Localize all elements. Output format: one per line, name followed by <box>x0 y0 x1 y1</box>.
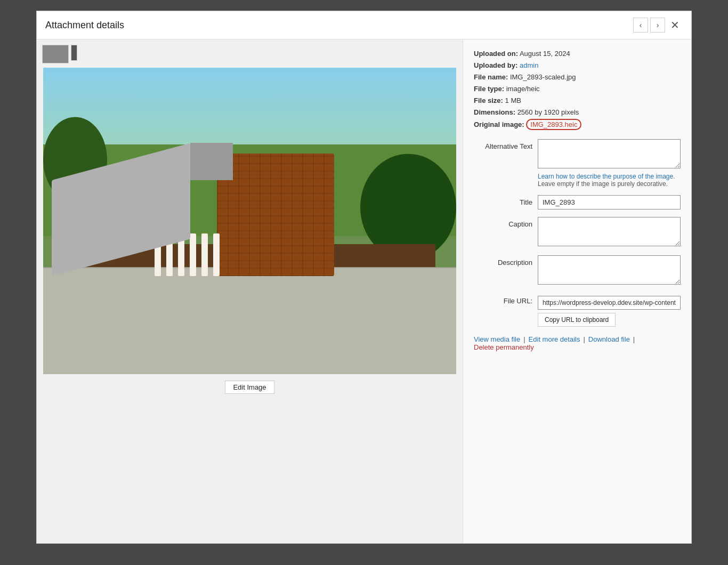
file-url-input-row <box>538 296 681 310</box>
title-row: Title <box>474 195 681 209</box>
modal-nav: ‹ › ✕ <box>633 18 683 33</box>
next-button[interactable]: › <box>650 18 665 33</box>
title-input[interactable] <box>538 195 681 209</box>
alt-text-control: Learn how to describe the purpose of the… <box>538 139 681 188</box>
alt-text-hint-container: Learn how to describe the purpose of the… <box>538 173 681 188</box>
file-size-value: 1 MB <box>505 96 521 104</box>
original-image-link[interactable]: IMG_2893.heic <box>530 120 577 128</box>
view-media-file-link[interactable]: View media file <box>474 335 520 343</box>
dimensions-row: Dimensions: 2560 by 1920 pixels <box>474 107 681 118</box>
main-image <box>43 68 456 374</box>
uploaded-on-label: Uploaded on: <box>474 50 518 58</box>
uploaded-by-link[interactable]: admin <box>520 61 538 69</box>
thumbnail-item-small <box>71 45 77 61</box>
uploaded-by-label: Uploaded by: <box>474 61 517 69</box>
left-panel: Edit Image <box>37 39 463 543</box>
title-control <box>538 195 681 209</box>
file-size-row: File size: 1 MB <box>474 95 681 107</box>
edit-image-button[interactable]: Edit Image <box>225 381 274 394</box>
separator-3: | <box>633 335 635 343</box>
thumbnail-item <box>42 45 69 63</box>
close-button[interactable]: ✕ <box>667 18 683 33</box>
uploaded-by-row: Uploaded by: admin <box>474 60 681 71</box>
file-type-value: image/heic <box>506 85 540 93</box>
copy-url-wrapper: Copy URL to clipboard <box>538 313 681 327</box>
download-file-link[interactable]: Download file <box>588 335 630 343</box>
brick-arch <box>217 154 334 276</box>
file-url-label: File URL: <box>474 294 532 305</box>
caption-label: Caption <box>474 217 532 228</box>
title-label: Title <box>474 195 532 206</box>
modal-header: Attachment details ‹ › ✕ <box>37 11 691 39</box>
copy-url-button[interactable]: Copy URL to clipboard <box>538 313 616 327</box>
alt-text-hint-suffix: Leave empty if the image is purely decor… <box>538 180 668 188</box>
original-image-row: Original image: IMG_2893.heic <box>474 119 681 131</box>
uploaded-on-row: Uploaded on: August 15, 2024 <box>474 48 681 60</box>
pavement <box>43 267 456 374</box>
attachment-details-modal: Attachment details ‹ › ✕ <box>36 11 692 544</box>
caption-input[interactable] <box>538 217 681 246</box>
dimensions-value: 2560 by 1920 pixels <box>517 108 579 116</box>
alt-text-row: Alternative Text Learn how to describe t… <box>474 139 681 188</box>
description-input[interactable] <box>538 255 681 285</box>
slide-ramp <box>52 143 190 276</box>
file-name-row: File name: IMG_2893-scaled.jpg <box>474 71 681 83</box>
original-image-label: Original image: <box>474 120 524 128</box>
modal-overlay: Attachment details ‹ › ✕ <box>0 0 728 565</box>
description-control <box>538 255 681 286</box>
thumbnail-strip <box>42 45 77 63</box>
alt-text-label: Alternative Text <box>474 139 532 150</box>
file-name-value: IMG_2893-scaled.jpg <box>510 73 576 81</box>
right-panel: Uploaded on: August 15, 2024 Uploaded by… <box>463 39 691 543</box>
caption-row: Caption <box>474 217 681 248</box>
file-type-label: File type: <box>474 85 504 93</box>
dimensions-label: Dimensions: <box>474 108 515 116</box>
modal-body: Edit Image Uploaded on: August 15, 2024 … <box>37 39 691 543</box>
caption-control <box>538 217 681 248</box>
separator-2: | <box>583 335 585 343</box>
file-name-label: File name: <box>474 73 508 81</box>
alt-text-hint-link[interactable]: Learn how to describe the purpose of the… <box>538 173 675 180</box>
original-image-value: IMG_2893.heic <box>526 119 581 130</box>
slide-platform <box>190 143 233 180</box>
file-type-row: File type: image/heic <box>474 83 681 95</box>
form-section: Alternative Text Learn how to describe t… <box>474 139 681 327</box>
actions-row: View media file | Edit more details | Do… <box>474 335 681 351</box>
prev-button[interactable]: ‹ <box>633 18 648 33</box>
modal-title: Attachment details <box>45 20 124 31</box>
description-label: Description <box>474 255 532 267</box>
separator-1: | <box>523 335 525 343</box>
file-size-label: File size: <box>474 96 503 104</box>
slide-structure <box>52 143 233 276</box>
alt-text-input[interactable] <box>538 139 681 168</box>
meta-section: Uploaded on: August 15, 2024 Uploaded by… <box>474 48 681 131</box>
description-row: Description <box>474 255 681 286</box>
file-url-input[interactable] <box>538 296 681 310</box>
brick-pattern <box>217 154 334 276</box>
uploaded-on-value: August 15, 2024 <box>520 50 570 58</box>
edit-more-details-link[interactable]: Edit more details <box>529 335 580 343</box>
file-url-wrapper: Copy URL to clipboard <box>538 294 681 327</box>
delete-permanently-link[interactable]: Delete permanently <box>474 343 534 351</box>
file-url-row: File URL: Copy URL to clipboard <box>474 294 681 327</box>
